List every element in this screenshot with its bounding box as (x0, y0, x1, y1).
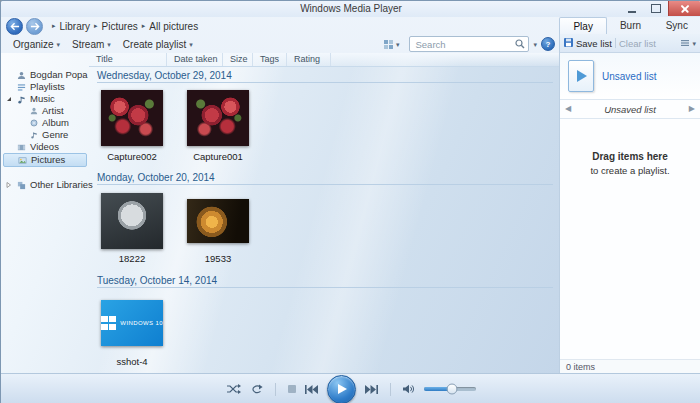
media-item[interactable]: 18222 (101, 192, 163, 264)
volume-track[interactable] (424, 387, 476, 391)
breadcrumb-library[interactable]: Library (57, 21, 94, 32)
back-button[interactable] (6, 18, 23, 35)
sidebar-item-label: Artist (42, 106, 64, 116)
photo-thumbnail (101, 90, 163, 146)
tab-play-label: Play (573, 21, 592, 32)
mute-button[interactable] (403, 384, 415, 394)
group-header[interactable]: Monday, October 20, 2014 (97, 172, 553, 185)
breadcrumb-pictures[interactable]: Pictures (99, 21, 141, 32)
shuffle-button[interactable] (227, 384, 241, 394)
chevron-down-icon: ▾ (107, 41, 111, 48)
media-item-label: 18222 (119, 254, 145, 264)
mode-controls (227, 384, 263, 394)
thumbnail-frame (101, 90, 163, 147)
column-header-spacer (331, 53, 559, 66)
column-label: Rating (294, 54, 320, 64)
divider (390, 383, 391, 396)
next-button[interactable] (365, 385, 378, 394)
column-header-title[interactable]: Title (89, 53, 167, 66)
sidebar-item-album[interactable]: Album (3, 117, 87, 129)
current-list-name: Unsaved list (571, 104, 689, 115)
sidebar-item-artist[interactable]: Artist (3, 105, 87, 117)
play-button[interactable] (327, 375, 356, 403)
search-options-chevron-icon[interactable]: ▾ (533, 41, 537, 48)
previous-icon (305, 385, 318, 394)
playlist-drop-zone[interactable]: Drag items here to create a playlist. (560, 119, 700, 359)
minimize-button[interactable] (620, 1, 644, 16)
organize-button[interactable]: Organize ▾ (7, 38, 66, 51)
items-count: 0 items (566, 362, 595, 372)
group-date-label: Wednesday, October 29, 2014 (97, 70, 232, 81)
sidebar-item-playlists[interactable]: Playlists (3, 81, 87, 93)
group-header[interactable]: Tuesday, October 14, 2014 (97, 275, 553, 288)
tab-burn[interactable]: Burn (607, 17, 653, 34)
stop-button[interactable] (288, 385, 296, 393)
sidebar-item-genre[interactable]: Genre (3, 129, 87, 141)
chevron-down-icon: ▾ (189, 41, 193, 48)
volume-slider[interactable] (424, 387, 476, 391)
group-date-label: Monday, October 20, 2014 (97, 172, 215, 183)
tab-sync[interactable]: Sync (654, 17, 700, 34)
photo-thumbnail (187, 90, 249, 146)
drag-hint-subtitle: to create a playlist. (590, 164, 669, 177)
forward-arrow-icon (30, 22, 40, 31)
media-item[interactable]: WINDOWS 10 sshot-4 (101, 295, 163, 367)
picture-icon (18, 156, 27, 165)
tab-play[interactable]: Play (559, 17, 607, 34)
maximize-button[interactable] (644, 1, 668, 16)
media-item-label: Capture001 (193, 152, 243, 162)
list-options-button[interactable]: ▾ (681, 38, 696, 49)
sidebar-item-bogdan-popa[interactable]: Bogdan Popa (3, 69, 87, 81)
help-button[interactable]: ? (541, 37, 555, 51)
stream-label: Stream (72, 39, 104, 50)
divider (275, 383, 276, 396)
artist-icon (30, 107, 38, 115)
divider (615, 38, 616, 48)
expand-icon[interactable] (6, 182, 12, 188)
view-options-button[interactable]: ▾ (378, 39, 406, 50)
sidebar-item-music[interactable]: Music (3, 93, 87, 105)
sidebar-item-label: Bogdan Popa (30, 70, 88, 80)
help-icon: ? (546, 40, 551, 49)
clear-list-button[interactable]: Clear list (619, 38, 656, 49)
speaker-icon (403, 384, 415, 394)
forward-button[interactable] (26, 18, 43, 35)
media-items-row: WINDOWS 10 sshot-4 (89, 288, 559, 367)
column-header-date-taken[interactable]: Date taken (167, 53, 223, 66)
search-input[interactable] (413, 38, 515, 51)
sidebar-item-other-libraries[interactable]: Other Libraries (3, 179, 87, 191)
close-button[interactable] (668, 1, 700, 16)
play-glyph-icon (577, 70, 587, 82)
column-header-size[interactable]: Size (223, 53, 253, 66)
media-group: Tuesday, October 14, 2014 WINDOWS 10 ssh… (89, 272, 559, 367)
volume-thumb[interactable] (447, 384, 458, 395)
sidebar-item-videos[interactable]: Videos (3, 141, 87, 153)
column-header-rating[interactable]: Rating (287, 53, 331, 66)
save-list-button[interactable]: Save list (564, 38, 612, 49)
list-pane: Save list Clear list ▾ Unsaved list ◀ Un… (559, 34, 700, 374)
photo-thumbnail (101, 193, 163, 249)
column-header-tags[interactable]: Tags (253, 53, 287, 66)
stream-button[interactable]: Stream ▾ (66, 38, 117, 51)
repeat-button[interactable] (250, 384, 263, 394)
main-area: Bogdan Popa Playlists Music Artist Album (1, 53, 559, 374)
previous-button[interactable] (305, 385, 318, 394)
title-bar[interactable]: Windows Media Player (1, 1, 700, 17)
next-list-arrow[interactable]: ▶ (689, 105, 695, 113)
collapse-icon[interactable] (6, 96, 12, 102)
search-icon[interactable] (515, 39, 525, 49)
group-header[interactable]: Wednesday, October 29, 2014 (97, 70, 553, 83)
search-box[interactable] (409, 36, 529, 52)
media-item[interactable]: Capture001 (187, 90, 249, 162)
tab-sync-label: Sync (666, 20, 688, 31)
view-options-icon (384, 40, 393, 49)
window-controls (620, 1, 700, 16)
unsaved-list-title: Unsaved list (602, 71, 656, 82)
sidebar-item-pictures[interactable]: Pictures (3, 153, 87, 167)
playback-controls (1, 373, 700, 403)
breadcrumb-all-pictures[interactable]: All pictures (146, 21, 201, 32)
create-playlist-button[interactable]: Create playlist ▾ (117, 38, 199, 51)
media-item[interactable]: 19533 (187, 192, 249, 264)
media-item[interactable]: Capture002 (101, 90, 163, 162)
wmp-window: Windows Media Player ▸ Library ▸ Picture… (0, 0, 700, 403)
